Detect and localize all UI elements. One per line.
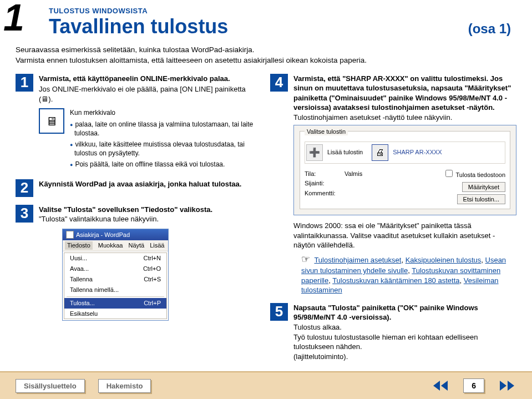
page-title: Tavallinen tulostus — [49, 15, 228, 38]
prev-page-button[interactable] — [431, 378, 450, 393]
wordpad-title: Asiakirja - WordPad — [76, 231, 130, 239]
bullet-1: palaa, laite on online tilassa ja valmii… — [70, 120, 259, 138]
bullet-2: vilkkuu, laite käsittelee muistissa olev… — [70, 140, 259, 158]
step-2-text: Käynnistä WordPad ja avaa asiakirja, jon… — [39, 180, 241, 188]
menu-muokkaa[interactable]: Muokkaa — [98, 241, 123, 250]
svg-marker-0 — [433, 381, 440, 391]
menu-item-uusi[interactable]: Uusi...Ctrl+N — [64, 253, 166, 264]
step-2: 2 Käynnistä WordPad ja avaa asiakirja, j… — [16, 179, 259, 197]
link-kaksipuoleinen[interactable]: Kaksipuoleinen tulostus — [406, 256, 482, 264]
page-number: 6 — [463, 378, 484, 393]
step-3-number: 3 — [16, 205, 33, 223]
computer-icon: 🖥 — [39, 108, 64, 134]
wordpad-dropdown: Uusi...Ctrl+N Avaa...Ctrl+O TallennaCtrl… — [64, 252, 167, 319]
wordpad-window: Asiakirja - WordPad Tiedosto Muokkaa Näy… — [62, 229, 169, 321]
step-5: 5 Napsauta "Tulosta" painiketta ("OK" pa… — [270, 303, 516, 361]
svg-marker-3 — [508, 381, 514, 391]
btn-etsi-tulostin[interactable]: Etsi tulostin... — [457, 194, 505, 204]
print-dialog: Valitse tulostin ➕ Lisää tulostin 🖨 SHAR… — [293, 125, 516, 216]
footer: Sisällysluettelo Hakemisto 6 — [0, 371, 532, 399]
chk-tiedostoon[interactable] — [445, 170, 453, 177]
printer-icon[interactable]: 🖨 — [372, 144, 388, 161]
menu-item-tallenna[interactable]: TallennaCtrl+S — [64, 274, 166, 285]
bullet-heading: Kun merkkivalo — [70, 108, 259, 117]
menu-item-esikatselu[interactable]: Esikatselu — [64, 309, 166, 319]
step-5-heading: Napsauta "Tulosta" painiketta ("OK" pain… — [293, 304, 478, 322]
lbl-sijainti: Sijainti: — [305, 179, 338, 188]
menu-item-avaa[interactable]: Avaa...Ctrl+O — [64, 264, 166, 274]
step-1-text-b: ). — [48, 95, 53, 103]
step-3-text: "Tulosta" valintaikkuna tulee näkyviin. — [39, 214, 259, 224]
step-1-heading: Varmista, että käyttöpaneelin ONLINE-mer… — [39, 74, 230, 83]
menu-nayta[interactable]: Näytä — [128, 241, 144, 250]
wordpad-titlebar: Asiakirja - WordPad — [63, 229, 168, 241]
add-printer-label[interactable]: Lisää tulostin — [327, 148, 363, 156]
index-button[interactable]: Hakemisto — [98, 379, 151, 393]
menu-lisaa[interactable]: Lisää — [150, 241, 164, 250]
breadcrumb: TULOSTUS WINDOWSISTA — [49, 7, 516, 15]
step-5-number: 5 — [270, 303, 288, 321]
link-asetukset[interactable]: Tulostinohjaimen asetukset — [314, 256, 401, 264]
step-4: 4 Varmista, että "SHARP AR-XXXX" on vali… — [270, 74, 516, 295]
part-label: (osa 1) — [468, 21, 511, 37]
step-1: 1 Varmista, että käyttöpaneelin ONLINE-m… — [16, 74, 259, 171]
lbl-kommentti: Kommentti: — [305, 189, 338, 198]
step-4-heading: Varmista, että "SHARP AR-XXXX" on valitt… — [293, 74, 511, 112]
dlg-group-legend: Valitse tulostin — [305, 128, 348, 136]
monitor-icon-small: 🖥 — [41, 95, 48, 103]
svg-marker-1 — [441, 381, 448, 391]
next-page-button[interactable] — [498, 378, 516, 393]
step-4-note: Windows 2000: ssa ei ole "Määritykset" p… — [293, 221, 516, 250]
chk-label: Tulosta tiedostoon — [456, 171, 505, 178]
menu-tiedosto[interactable]: Tiedosto — [65, 241, 93, 250]
step-5-text-2: Työ tulostuu tulostustasolle hieman eri … — [293, 332, 516, 352]
step-5-text-3: (lajittelutoiminto). — [293, 352, 516, 362]
step-4-text: Tulostinohjaimen asetukset -näyttö tulee… — [293, 113, 516, 123]
val-tila: Valmis — [344, 170, 428, 178]
step-4-number: 4 — [270, 74, 288, 92]
step-1-number: 1 — [16, 74, 33, 92]
step-2-number: 2 — [16, 179, 33, 197]
step-3: 3 Valitse "Tulosta" sovelluksen "Tiedost… — [16, 205, 259, 321]
wordpad-app-icon — [66, 231, 74, 239]
pointer-icon: ☞ — [301, 254, 310, 265]
add-printer-icon[interactable]: ➕ — [306, 144, 323, 161]
menu-separator — [67, 296, 164, 297]
menu-item-tallenna-nimella[interactable]: Tallenna nimellä... — [64, 285, 166, 295]
btn-maaritykset[interactable]: Määritykset — [462, 182, 505, 192]
printer-name[interactable]: SHARP AR-XXXX — [393, 148, 442, 156]
chapter-number: 1 — [3, 2, 24, 32]
step-3-heading: Valitse "Tulosta" sovelluksen "Tiedosto"… — [39, 205, 212, 214]
bullet-3: Pois päältä, laite on offline tilassa ei… — [70, 160, 259, 169]
intro-text: Seuraavassa esimerkissä selitetään, kuin… — [16, 45, 516, 66]
toc-button[interactable]: Sisällysluettelo — [16, 379, 85, 393]
lbl-tila: Tila: — [305, 170, 338, 178]
svg-marker-2 — [500, 381, 506, 391]
step-5-text-1: Tulostus alkaa. — [293, 322, 516, 332]
link-kaantaminen[interactable]: Tulostuskuvan kääntäminen 180 astetta — [332, 276, 459, 285]
menu-item-tulosta[interactable]: Tulosta...Ctrl+P — [64, 298, 166, 309]
wordpad-menubar: Tiedosto Muokkaa Näytä Lisää — [63, 240, 168, 251]
step-1-text-a: Jos ONLINE-merkkivalo ei ole päällä, pai… — [39, 85, 246, 103]
